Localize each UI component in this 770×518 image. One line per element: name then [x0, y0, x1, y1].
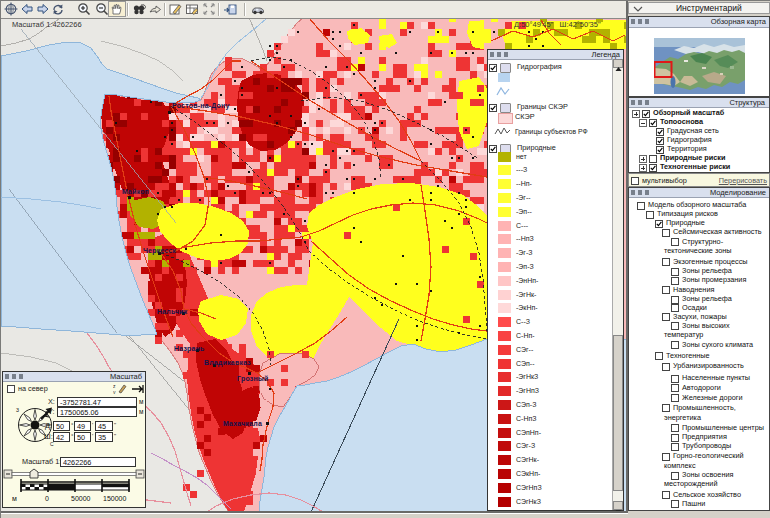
svg-text:Владикавказ: Владикавказ: [204, 359, 251, 367]
svg-text:Д:50°49'45" Ш:42°50'35": Д:50°49'45" Ш:42°50'35": [514, 20, 601, 29]
svg-text:y: y: [113, 389, 116, 394]
svg-text:Ростов-на-Дону: Ростов-на-Дону: [172, 102, 230, 110]
svg-text:50000: 50000: [71, 495, 91, 502]
svg-text:З: З: [16, 407, 19, 413]
svg-text:Масштаб 1:4262266: Масштаб 1:4262266: [12, 20, 82, 29]
svg-text:0: 0: [45, 495, 49, 502]
svg-text:Майкоп: Майкоп: [122, 188, 149, 195]
svg-text:Назрань: Назрань: [174, 345, 205, 353]
svg-text:м: м: [12, 495, 17, 502]
svg-text:Махачкала: Махачкала: [223, 420, 262, 427]
svg-text:Нальчик: Нальчик: [157, 308, 188, 315]
svg-text:Грозный: Грозный: [237, 375, 269, 383]
svg-text:150000: 150000: [103, 495, 126, 502]
svg-text:Черкесск: Черкесск: [143, 247, 177, 255]
